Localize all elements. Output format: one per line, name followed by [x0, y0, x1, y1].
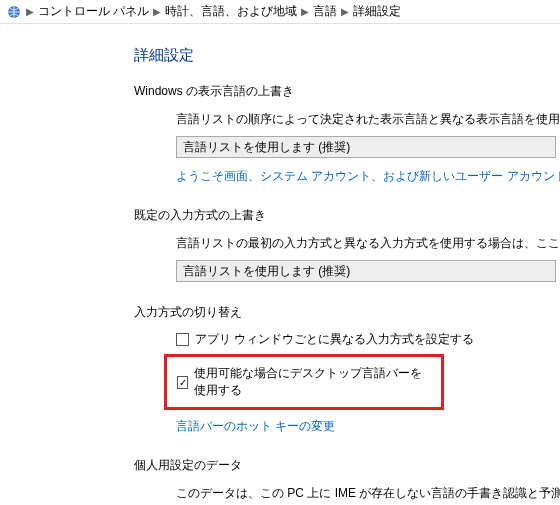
- select-value: 言語リストを使用します (推奨): [183, 139, 350, 156]
- language-icon: [6, 4, 22, 20]
- breadcrumb: ▶ コントロール パネル ▶ 時計、言語、および地域 ▶ 言語 ▶ 詳細設定: [0, 0, 560, 24]
- desktop-langbar-checkbox[interactable]: ✓: [177, 376, 188, 389]
- chevron-right-icon: ▶: [26, 6, 34, 17]
- section-desc: 言語リストの最初の入力方式と異なる入力方式を使用する場合は、ここで選択し: [176, 234, 560, 252]
- breadcrumb-item[interactable]: コントロール パネル: [38, 3, 149, 20]
- checkbox-label: アプリ ウィンドウごとに異なる入力方式を設定する: [195, 331, 474, 348]
- display-language-select[interactable]: 言語リストを使用します (推奨): [176, 136, 556, 158]
- breadcrumb-item[interactable]: 時計、言語、および地域: [165, 3, 297, 20]
- section-desc: このデータは、この PC 上に IME が存在しない言語の手書き認識と予測入力の…: [176, 484, 560, 502]
- page-title: 詳細設定: [134, 46, 560, 65]
- per-window-checkbox[interactable]: [176, 333, 189, 346]
- hotkey-link[interactable]: 言語バーのホット キーの変更: [176, 419, 335, 433]
- main-content: 詳細設定 Windows の表示言語の上書き 言語リストの順序によって決定された…: [0, 24, 560, 505]
- section-display-language: Windows の表示言語の上書き 言語リストの順序によって決定された表示言語と…: [134, 83, 560, 185]
- highlight-box: ✓ 使用可能な場合にデスクトップ言語バーを使用する: [164, 354, 444, 410]
- chevron-right-icon: ▶: [301, 6, 309, 17]
- chevron-right-icon: ▶: [341, 6, 349, 17]
- section-label: 個人用設定のデータ: [134, 457, 560, 474]
- section-label: Windows の表示言語の上書き: [134, 83, 560, 100]
- section-personal-data: 個人用設定のデータ このデータは、この PC 上に IME が存在しない言語の手…: [134, 457, 560, 505]
- section-input-switch: 入力方式の切り替え アプリ ウィンドウごとに異なる入力方式を設定する ✓ 使用可…: [134, 304, 560, 435]
- checkbox-label: 使用可能な場合にデスクトップ言語バーを使用する: [194, 365, 431, 399]
- breadcrumb-item[interactable]: 詳細設定: [353, 3, 401, 20]
- section-desc: 言語リストの順序によって決定された表示言語と異なる表示言語を使用する場合: [176, 110, 560, 128]
- section-label: 入力方式の切り替え: [134, 304, 560, 321]
- welcome-screen-link[interactable]: ようこそ画面、システム アカウント、および新しいユーザー アカウントに言語設定を…: [176, 169, 560, 183]
- default-input-select[interactable]: 言語リストを使用します (推奨): [176, 260, 556, 282]
- breadcrumb-item[interactable]: 言語: [313, 3, 337, 20]
- section-label: 既定の入力方式の上書き: [134, 207, 560, 224]
- select-value: 言語リストを使用します (推奨): [183, 263, 350, 280]
- chevron-right-icon: ▶: [153, 6, 161, 17]
- section-default-input: 既定の入力方式の上書き 言語リストの最初の入力方式と異なる入力方式を使用する場合…: [134, 207, 560, 282]
